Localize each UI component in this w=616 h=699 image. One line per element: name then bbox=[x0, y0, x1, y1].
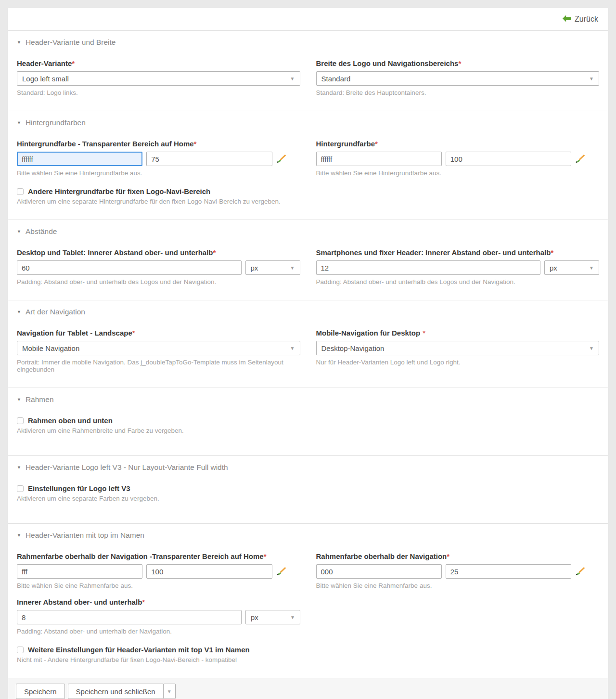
section-logo-left-v3: ▼ Header-Variante Logo left V3 - Nur Lay… bbox=[8, 455, 608, 523]
section-navigation: ▼ Art der Navigation Navigation für Tabl… bbox=[8, 300, 608, 388]
section-top-im-namen: ▼ Header-Varianten mit top im Namen Rahm… bbox=[8, 523, 608, 678]
rahmenfarbe-home-hint: Bitte wählen Sie eine Rahmenfarbe aus. bbox=[17, 582, 300, 589]
innerer-abstand-hint: Padding: Abstand ober- und unterhalb der… bbox=[17, 628, 300, 635]
innerer-abstand-unit-select[interactable]: px ▼ bbox=[245, 610, 300, 624]
desktop-padding-hint: Padding: Abstand ober- und unterhalb des… bbox=[17, 278, 300, 285]
section-title-text: Hintergrundfarben bbox=[26, 118, 86, 127]
tablet-nav-value: Mobile Navigation bbox=[22, 344, 79, 352]
rahmen-checkbox[interactable] bbox=[17, 417, 24, 424]
chevron-down-icon: ▼ bbox=[290, 265, 295, 271]
section-toggle-logo-left-v3[interactable]: ▼ Header-Variante Logo left V3 - Nur Lay… bbox=[17, 463, 599, 472]
section-title-text: Header-Variante Logo left V3 - Nur Layou… bbox=[26, 463, 228, 472]
footer-toolbar: Speichern Speichern und schließen ▼ bbox=[8, 678, 608, 699]
innerer-abstand-input[interactable] bbox=[17, 610, 242, 624]
save-button[interactable]: Speichern bbox=[16, 684, 65, 699]
chevron-down-icon: ▼ bbox=[589, 346, 594, 351]
chevron-down-icon: ▼ bbox=[290, 76, 295, 81]
tablet-nav-hint: Portrait: Immer die mobile Navigation. D… bbox=[17, 359, 300, 373]
mobile-padding-input[interactable] bbox=[316, 260, 541, 275]
rahmenfarbe-label: Rahmenfarbe oberhalb der Navigation* bbox=[316, 552, 600, 560]
chevron-down-icon: ▼ bbox=[290, 615, 295, 620]
weitere-einstellungen-checkbox[interactable] bbox=[17, 647, 24, 653]
section-toggle-rahmen[interactable]: ▼ Rahmen bbox=[17, 395, 599, 404]
bg-label: Hintergrundfarbe* bbox=[316, 140, 600, 148]
section-toggle-header-variante[interactable]: ▼ Header-Variante und Breite bbox=[17, 38, 599, 47]
logo-left-v3-checkbox-label[interactable]: Einstellungen für Logo left V3 bbox=[28, 484, 130, 492]
breite-label: Breite des Logo und Navigationsbereichs* bbox=[316, 59, 600, 67]
color-picker-icon[interactable] bbox=[575, 154, 586, 164]
rahmenfarbe-color-input[interactable] bbox=[316, 564, 442, 579]
topbar: Zurück bbox=[8, 8, 608, 30]
color-picker-icon[interactable] bbox=[276, 567, 287, 576]
header-variante-value: Logo left small bbox=[22, 75, 69, 83]
desktop-padding-label: Desktop und Tablet: Innerer Abstand ober… bbox=[17, 248, 300, 257]
weitere-einstellungen-label[interactable]: Weitere Einstellungen für Header-Variant… bbox=[28, 646, 250, 654]
bg-opacity-input[interactable] bbox=[446, 152, 571, 166]
section-title-text: Header-Variante und Breite bbox=[26, 38, 116, 47]
mobile-padding-unit-select[interactable]: px ▼ bbox=[544, 260, 599, 275]
weitere-einstellungen-hint: Nicht mit - Andere Hintergrundfarbe für … bbox=[17, 656, 599, 663]
bg-hint: Bitte wählen Sie eine Hintergrundfarbe a… bbox=[316, 169, 600, 177]
bg-color-input[interactable] bbox=[316, 152, 442, 166]
save-options-dropdown-button[interactable]: ▼ bbox=[163, 684, 176, 699]
bg-home-hint: Bitte wählen Sie eine Hintergrundfarbe a… bbox=[17, 169, 300, 177]
rahmenfarbe-home-opacity-input[interactable] bbox=[146, 564, 272, 579]
header-variante-hint: Standard: Logo links. bbox=[17, 89, 300, 96]
section-title-text: Rahmen bbox=[26, 395, 54, 404]
bg-home-color-input[interactable] bbox=[17, 152, 142, 166]
rahmenfarbe-opacity-input[interactable] bbox=[446, 564, 571, 579]
save-and-close-button[interactable]: Speichern und schließen bbox=[68, 684, 164, 699]
rahmenfarbe-home-label: Rahmenfarbe oberhalb der Navigation -Tra… bbox=[17, 552, 300, 560]
rahmen-checkbox-hint: Aktivieren um eine Rahmenbreite und Farb… bbox=[17, 427, 599, 434]
back-button[interactable]: Zurück bbox=[563, 15, 598, 24]
mobile-padding-hint: Padding: Abstand ober- und unterhalb des… bbox=[316, 278, 600, 285]
collapse-icon: ▼ bbox=[17, 310, 21, 314]
desktop-nav-label: Mobile-Navigation für Desktop* bbox=[316, 329, 600, 337]
breite-value: Standard bbox=[321, 75, 351, 83]
section-abstaende: ▼ Abstände Desktop und Tablet: Innerer A… bbox=[8, 220, 608, 300]
color-picker-icon[interactable] bbox=[276, 154, 287, 164]
header-variante-select[interactable]: Logo left small ▼ bbox=[17, 71, 300, 86]
andere-hintergrundfarbe-checkbox[interactable] bbox=[17, 188, 24, 195]
section-rahmen: ▼ Rahmen Rahmen oben und unten Aktiviere… bbox=[8, 388, 608, 455]
section-title-text: Header-Varianten mit top im Namen bbox=[26, 531, 144, 540]
rahmenfarbe-home-color-input[interactable] bbox=[17, 564, 142, 579]
section-toggle-hintergrundfarben[interactable]: ▼ Hintergrundfarben bbox=[17, 118, 599, 127]
bg-home-label: Hintergrundfarbe - Transparenter Bereich… bbox=[17, 140, 300, 148]
desktop-padding-input[interactable] bbox=[17, 260, 242, 275]
section-toggle-abstaende[interactable]: ▼ Abstände bbox=[17, 227, 599, 236]
collapse-icon: ▼ bbox=[17, 533, 21, 538]
back-label: Zurück bbox=[575, 15, 598, 24]
section-toggle-top-im-namen[interactable]: ▼ Header-Varianten mit top im Namen bbox=[17, 531, 599, 540]
bg-home-opacity-input[interactable] bbox=[146, 152, 272, 166]
back-arrow-icon bbox=[563, 15, 571, 24]
section-toggle-navigation[interactable]: ▼ Art der Navigation bbox=[17, 308, 599, 316]
breite-select[interactable]: Standard ▼ bbox=[316, 71, 600, 86]
rahmenfarbe-hint: Bitte wählen Sie eine Rahmenfarbe aus. bbox=[316, 582, 600, 589]
andere-hintergrundfarbe-label[interactable]: Andere Hintergrundfarbe für fixen Logo-N… bbox=[28, 187, 210, 195]
rahmen-checkbox-label[interactable]: Rahmen oben und unten bbox=[28, 416, 113, 425]
header-variante-label: Header-Variante* bbox=[17, 59, 300, 67]
desktop-nav-select[interactable]: Desktop-Navigation ▼ bbox=[316, 341, 600, 355]
desktop-padding-unit-select[interactable]: px ▼ bbox=[245, 260, 300, 275]
section-title-text: Art der Navigation bbox=[26, 308, 85, 316]
andere-hintergrundfarbe-hint: Aktivieren um eine separate Hintergrundf… bbox=[17, 198, 300, 205]
section-hintergrundfarben: ▼ Hintergrundfarben Hintergrundfarbe - T… bbox=[8, 111, 608, 220]
collapse-icon: ▼ bbox=[17, 230, 21, 234]
innerer-abstand-label: Innerer Abstand ober- und unterhalb* bbox=[17, 598, 300, 606]
section-header-variante: ▼ Header-Variante und Breite Header-Vari… bbox=[8, 30, 608, 111]
chevron-down-icon: ▼ bbox=[290, 346, 295, 351]
breite-hint: Standard: Breite des Hauptcontainers. bbox=[316, 89, 600, 96]
logo-left-v3-checkbox[interactable] bbox=[17, 485, 24, 492]
chevron-down-icon: ▼ bbox=[589, 76, 594, 81]
logo-left-v3-checkbox-hint: Aktivieren um eine separate Farben zu ve… bbox=[17, 495, 599, 502]
collapse-icon: ▼ bbox=[17, 466, 21, 470]
desktop-nav-value: Desktop-Navigation bbox=[321, 344, 385, 352]
section-title-text: Abstände bbox=[26, 227, 57, 236]
tablet-nav-label: Navigation für Tablet - Landscape* bbox=[17, 329, 300, 337]
color-picker-icon[interactable] bbox=[575, 567, 586, 576]
tablet-nav-select[interactable]: Mobile Navigation ▼ bbox=[17, 341, 300, 355]
collapse-icon: ▼ bbox=[17, 398, 21, 402]
settings-panel: Zurück ▼ Header-Variante und Breite Head… bbox=[8, 8, 608, 699]
desktop-nav-hint: Nur für Header-Varianten Logo left und L… bbox=[316, 359, 600, 366]
